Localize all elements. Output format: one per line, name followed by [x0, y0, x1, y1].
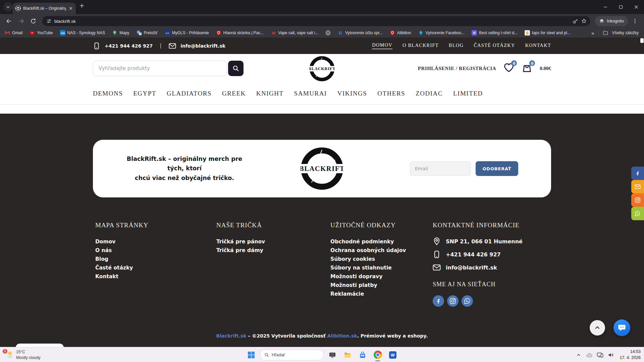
footer-link[interactable]: Časté otázky	[95, 263, 149, 272]
footer-link[interactable]: Tričká pre pánov	[216, 237, 265, 246]
url-text[interactable]: blackrift.sk	[54, 19, 570, 24]
maximize-button[interactable]	[613, 0, 629, 14]
category-link-others[interactable]: OTHERS	[377, 90, 405, 97]
newsletter-subscribe-button[interactable]: ODOBERAŤ	[476, 161, 518, 176]
bookmark-item[interactable]: Hlavná stránka | Pac...	[216, 30, 264, 36]
reload-button[interactable]	[28, 16, 38, 26]
footer-link[interactable]: Blog	[95, 255, 149, 263]
forward-button[interactable]	[16, 16, 26, 26]
scroll-to-top-button[interactable]	[590, 320, 605, 336]
sidebar-facebook-button[interactable]	[631, 167, 644, 180]
back-button[interactable]	[4, 16, 14, 26]
search-input[interactable]	[93, 61, 227, 76]
bookmark-star-icon[interactable]	[581, 18, 587, 24]
site-controls-icon[interactable]	[46, 18, 52, 24]
taskbar-search-input[interactable]	[272, 352, 315, 357]
category-link-gladiators[interactable]: GLADIATORS	[167, 90, 212, 97]
scrollbar-thumb[interactable]	[640, 38, 644, 43]
footer-link[interactable]: Súbory na stiahnutie	[330, 263, 406, 272]
bookmark-item[interactable]: ✋taps for steel and pl...	[525, 30, 571, 36]
footer-link[interactable]: Domov	[95, 237, 149, 246]
contact-row[interactable]: info@blackrift.sk	[433, 263, 523, 272]
taskbar-search[interactable]	[260, 350, 324, 360]
footer-link[interactable]: Možnosti dopravy	[330, 272, 406, 281]
wishlist-button[interactable]: 0	[503, 62, 514, 74]
contact-row[interactable]: SNP 21, 066 01 Humenné	[433, 237, 523, 245]
address-bar[interactable]: blackrift.sk	[42, 16, 590, 26]
sidebar-email-button[interactable]	[631, 180, 644, 193]
sidebar-whatsapp-button[interactable]	[631, 207, 644, 220]
newsletter-email-input[interactable]	[410, 161, 471, 176]
site-nav-o-blackrift[interactable]: O BLACKRIFT	[402, 43, 439, 49]
bookmark-item[interactable]: Vytvorenie Faceboo...	[418, 30, 465, 36]
category-link-zodiac[interactable]: ZODIAC	[416, 90, 443, 97]
bookmark-item[interactable]: Alibition	[390, 30, 411, 36]
site-nav-kontakt[interactable]: KONTAKT	[525, 43, 551, 49]
cast-display-icon[interactable]	[597, 352, 603, 358]
category-link-greek[interactable]: GREEK	[222, 90, 246, 97]
bookmark-item[interactable]: GLSMyGLS - Prihlásenie	[165, 30, 209, 36]
footer-link[interactable]: Obchodné podmienky	[330, 237, 406, 246]
bookmark-item[interactable]: DSMNAS - Synology NAS	[60, 30, 105, 36]
footer-blackrift-link[interactable]: Blackrift.sk	[216, 333, 247, 339]
speaker-icon[interactable]	[608, 352, 614, 358]
contact-row[interactable]: +421 944 426 927	[433, 250, 523, 258]
category-link-limited[interactable]: LIMITED	[453, 90, 483, 97]
browser-tab[interactable]: BlackRift.sk – Originálny merch,	[13, 3, 76, 14]
footer-link[interactable]: Reklamácie	[330, 290, 406, 298]
footer-link[interactable]: Súbory cookies	[330, 255, 406, 263]
category-link-egypt[interactable]: EGYPT	[133, 90, 156, 97]
category-link-samurai[interactable]: SAMURAI	[294, 90, 327, 97]
category-link-vikings[interactable]: VIKINGS	[337, 90, 367, 97]
footer-link[interactable]: Ochrana osobných údajov	[330, 246, 406, 255]
bookmarks-overflow-chevron[interactable]: »	[591, 30, 594, 36]
site-nav-blog[interactable]: BLOG	[449, 43, 464, 49]
chat-widget-button[interactable]	[613, 319, 630, 336]
footer-link[interactable]: Možnosti platby	[330, 281, 406, 290]
site-logo[interactable]: BLACKRIFT	[309, 56, 335, 81]
password-key-icon[interactable]	[572, 18, 578, 24]
site-nav-domov[interactable]: DOMOV	[372, 42, 392, 49]
bookmark-item[interactable]: ✲Best selling t-shirt d...	[472, 30, 518, 36]
whatsapp-button[interactable]	[462, 295, 473, 307]
taskbar-clock[interactable]: 14:53 17. 4. 2026	[620, 349, 641, 361]
taskbar-word-icon[interactable]: W	[386, 348, 399, 362]
site-nav--ast-ot-zky[interactable]: ČASTÉ OTÁZKY	[474, 43, 515, 49]
taskbar-weather-widget[interactable]: 1 15°C Mostly cloudy	[3, 347, 41, 362]
taskbar-explorer-icon[interactable]	[341, 348, 354, 362]
login-register-link[interactable]: PRIHLÁSENIE / REGISTRÁCIA	[418, 66, 496, 71]
new-tab-button[interactable]	[79, 3, 85, 8]
footer-link[interactable]: O nás	[95, 246, 149, 255]
taskbar-chrome-icon[interactable]	[371, 348, 384, 362]
taskbar-store-icon[interactable]	[356, 348, 369, 362]
bookmark-item[interactable]: MVape salt, vape salt i...	[271, 30, 318, 36]
bookmark-item[interactable]: GVytvorenie účtu spr...	[338, 30, 383, 36]
footer-link[interactable]: Tričká pre dámy	[216, 246, 265, 255]
tab-search-button[interactable]	[3, 2, 13, 12]
footer-link[interactable]: Kontakt	[95, 272, 149, 281]
tab-close-icon[interactable]	[68, 6, 73, 11]
sidebar-instagram-button[interactable]	[631, 193, 644, 207]
topbar-email[interactable]: info@blackrift.sk	[180, 43, 225, 49]
taskbar-photos-icon[interactable]	[326, 348, 339, 362]
minimize-button[interactable]	[598, 0, 613, 14]
bookmark-item[interactable]: YouTube	[30, 30, 53, 36]
search-button[interactable]	[228, 61, 244, 76]
bookmark-item[interactable]	[325, 30, 331, 36]
topbar-phone[interactable]: +421 944 426 927	[105, 43, 153, 49]
category-link-knight[interactable]: KNIGHT	[256, 90, 284, 97]
facebook-button[interactable]	[433, 295, 444, 307]
instagram-button[interactable]	[447, 295, 459, 307]
close-button[interactable]	[629, 0, 644, 14]
start-button[interactable]	[245, 348, 258, 362]
browser-menu-button[interactable]	[630, 16, 640, 26]
bookmark-item[interactable]: Mapy	[112, 30, 129, 36]
bookmark-item[interactable]: G文Preložiť	[137, 30, 158, 36]
footer-alibition-link[interactable]: Alibition.sk	[327, 333, 357, 339]
onedrive-icon[interactable]	[586, 352, 592, 358]
tray-chevron-up-icon[interactable]	[576, 352, 581, 358]
cart-button[interactable]: 0	[522, 62, 532, 74]
bookmark-item[interactable]: Gmail	[5, 30, 22, 36]
category-link-demons[interactable]: DEMONS	[93, 90, 123, 97]
cart-total[interactable]: 0.00€	[540, 66, 551, 71]
